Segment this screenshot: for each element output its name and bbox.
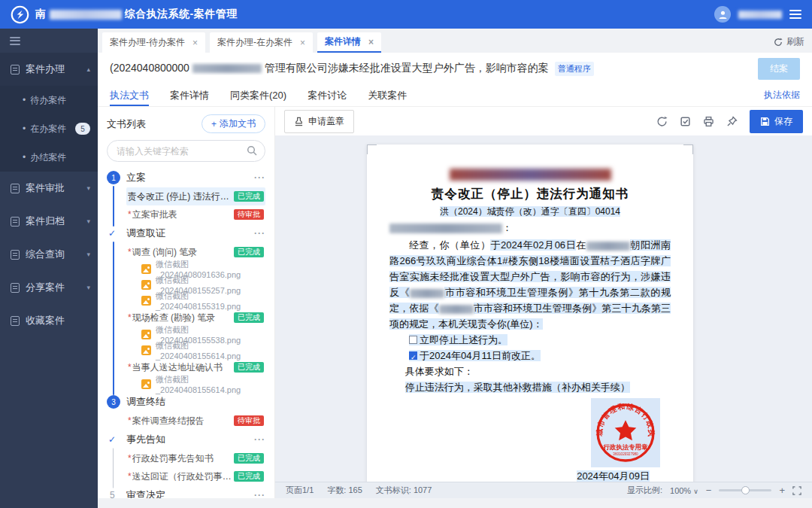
connector-line [113,186,114,227]
more-menu-icon[interactable]: ··· [254,434,265,445]
search-icon[interactable] [247,145,257,156]
sidebar-item-share-cases[interactable]: 分享案件▾ [0,271,98,304]
close-icon[interactable]: × [192,38,198,48]
zoom-slider[interactable] [719,489,771,491]
doc-section-header[interactable]: ✓调查取证··· [126,224,265,243]
attachment-item[interactable]: 微信截图_20240408155614.png [126,376,265,392]
doc-section-title: 事先告知 [126,433,165,446]
checkbox-checked[interactable] [409,351,417,360]
attachment-name: 微信截图_20240408155614.png [156,374,265,394]
request-seal-button[interactable]: 申请盖章 [284,110,354,133]
sidebar-item-case-archive[interactable]: 案件归档▾ [0,205,98,238]
window-tab-0[interactable]: 案件办理-待办案件× [102,32,205,53]
window-tab-1[interactable]: 案件办理-在办案件× [210,32,313,53]
sidebar-item-label: 案件审批 [26,181,83,195]
bullet-icon: • [23,123,26,134]
more-menu-icon[interactable]: ··· [254,172,265,183]
doc-section-4: 5审查决定··· [107,485,265,498]
sidebar-group-share-cases: 分享案件▾ [0,271,98,304]
zoom-slider-knob[interactable] [741,486,750,494]
refresh-button[interactable]: 刷新 [774,35,804,53]
sidebar-subitem-label: 办结案件 [30,151,66,164]
checkbox-unchecked[interactable] [409,336,417,344]
sidebar-subitem-active-cases[interactable]: •在办案件5 [0,114,98,143]
doc-section-header[interactable]: 3调查终结 [126,392,265,412]
detail-tab-4[interactable]: 关联案件 [368,84,407,106]
doc-item[interactable]: *案件调查终结报告待审批 [126,412,265,430]
sidebar-item-combined-query[interactable]: 综合查询▾ [0,238,98,271]
sidebar-submenu: •待办案件•在办案件5•办结案件 [0,86,98,172]
required-mark: * [128,415,132,426]
printer-icon[interactable] [703,116,714,127]
more-menu-icon[interactable]: ··· [254,490,265,498]
status-badge: 已完成 [234,312,264,323]
more-menu-icon[interactable]: ··· [254,228,265,239]
doc-section-header[interactable]: 5审查决定··· [126,485,265,498]
chevron-down-icon: ▾ [86,217,90,225]
doc-section-header[interactable]: ✓事先告知··· [126,430,265,449]
doc-item[interactable]: *立案审批表待审批 [126,205,265,224]
detail-tab-0[interactable]: 执法文书 [110,84,149,106]
law-basis-link[interactable]: 执法依据 [764,89,800,102]
attachment-item[interactable]: 微信截图_20240408155614.png [126,342,265,358]
tab-bar: 案件办理-待办案件×案件办理-在办案件×案件详情× [102,32,381,53]
document-canvas: 责令改正（停止）违法行为通知书 洪（2024）城责停（改）通字〔直四〕04014… [275,135,812,482]
sidebar-subitem-label: 在办案件 [30,123,66,135]
fit-screen-icon[interactable] [792,486,801,495]
sidebar-subitem-closed-cases[interactable]: •办结案件 [0,143,98,172]
zoom-out-button[interactable]: − [706,485,712,495]
doc-section-header[interactable]: 1立案··· [126,168,265,187]
image-file-icon [141,296,151,306]
sync-icon[interactable] [656,116,668,127]
step-check-icon: ✓ [108,434,116,445]
doc-section-title: 审查决定 [126,488,165,498]
detail-tab-2[interactable]: 同类案件(20) [230,84,286,106]
requirement-text: 停止违法行为，采取其他补救措施（补办相关手续） [389,379,671,395]
plus-icon: + [211,119,217,129]
add-document-button[interactable]: + 添加文书 [201,114,265,133]
note-icon[interactable] [680,116,691,127]
sidebar-item-case-handling[interactable]: 案件办理▴ [0,53,98,86]
close-icon[interactable]: × [368,37,374,47]
document-date-text: 2024年04月09日 [577,470,650,482]
status-badge: 待审批 [234,415,264,426]
requirement-label: 具体要求如下： [389,364,671,379]
detail-tab-1[interactable]: 案件详情 [170,84,209,106]
save-button[interactable]: 保存 [750,110,803,133]
pin-icon[interactable] [726,116,738,127]
user-avatar[interactable] [714,6,731,23]
doc-item[interactable]: *送达回证（行政处罚事先告知书）已完成 [126,467,265,485]
sidebar-item-case-approval[interactable]: 案件审批▾ [0,172,98,205]
attachment-item[interactable]: 微信截图_20240408155319.png [126,293,265,309]
required-mark: * [128,247,132,257]
case-title: (2024040800000 管理有限公司涉嫌未经批准设置大型户外广告，影响市容… [110,62,549,75]
close-case-button[interactable]: 结案 [758,58,800,80]
detail-tab-3[interactable]: 案件讨论 [308,84,347,106]
checkbox-text-wrap: 于2024年04月11日前改正。 [409,350,541,361]
redacted-text [586,242,630,251]
app-title-redacted [50,10,122,20]
hamburger-menu-icon[interactable] [789,10,801,19]
sidebar-subitem-todo-cases[interactable]: •待办案件 [0,86,98,114]
sidebar-subitem-label: 待办案件 [30,94,66,107]
sidebar-item-favorite-cases[interactable]: 收藏案件 [0,304,98,337]
attachment-name: 微信截图_20240408155319.png [156,291,265,311]
body-text: 于2024年02月06日 [490,239,576,251]
required-mark: * [128,209,132,220]
close-icon[interactable]: × [300,38,305,48]
zoom-value[interactable]: 100% ∨ [670,486,698,495]
connector-line [113,448,114,488]
sidebar-collapse-icon[interactable] [10,37,20,45]
doc-item[interactable]: *行政处罚事先告知书已完成 [126,449,265,467]
document-body: 经查，你（单位）于2024年02月06日在朝阳洲南路266号玖玖商业综合体1#楼… [389,237,671,332]
status-badge: 已完成 [234,247,264,257]
zoom-in-button[interactable]: + [779,485,785,495]
doc-search-input[interactable] [107,140,265,162]
doc-section-2: 3调查终结*案件调查终结报告待审批 [107,392,265,430]
chevron-up-icon: ▴ [86,65,90,73]
window-tab-2[interactable]: 案件详情× [317,32,381,53]
official-seal: 城市管理和综合行政执法局 行政执法专用章 3601020327980 [591,398,660,467]
doc-item[interactable]: 责令改正 (停止) 违法行为通知书已完成 [126,187,265,205]
username-redacted [738,11,782,19]
app-title-prefix: 南 [35,8,47,21]
